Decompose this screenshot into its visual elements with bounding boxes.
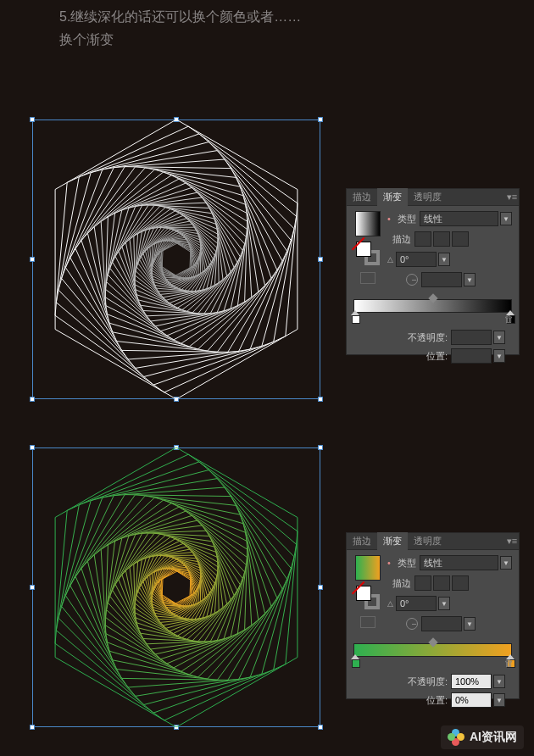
watermark-logo-icon — [448, 729, 464, 746]
svg-marker-14 — [107, 187, 247, 331]
dropdown-arrow-icon[interactable]: ▼ — [493, 675, 505, 688]
svg-marker-54 — [70, 495, 282, 681]
dropdown-arrow-icon[interactable]: ▼ — [438, 253, 450, 266]
stroke-align-button-2[interactable] — [433, 231, 450, 247]
aspect-ratio-input[interactable] — [421, 272, 462, 287]
gradient-stop-left[interactable] — [351, 312, 359, 322]
aspect-ratio-icon — [406, 618, 418, 630]
stroke-align-button-1[interactable] — [414, 231, 431, 247]
trash-icon[interactable]: 🗑 — [504, 658, 515, 670]
tab-transparency[interactable]: 透明度 — [408, 532, 448, 550]
artwork-canvas-2[interactable] — [32, 447, 320, 727]
dropdown-arrow-icon[interactable]: ▼ — [500, 212, 512, 225]
selection-bounding-box[interactable] — [32, 447, 320, 727]
hexagon-spiral-artwork-color[interactable] — [32, 447, 320, 727]
position-label: 位置: — [405, 694, 448, 707]
svg-marker-62 — [107, 515, 247, 659]
panel-menu-icon[interactable]: ▾≡ — [505, 192, 519, 203]
aspect-ratio-input[interactable] — [421, 616, 462, 631]
svg-marker-48 — [55, 447, 298, 727]
reverse-gradient-button[interactable] — [360, 616, 375, 628]
triangle-icon: △ — [387, 255, 393, 264]
gradient-type-dropdown[interactable]: 线性 — [420, 211, 498, 226]
stroke-align-button-2[interactable] — [433, 575, 450, 591]
position-label: 位置: — [405, 350, 448, 363]
stroke-label: 描边 — [387, 233, 411, 246]
tab-stroke[interactable]: 描边 — [347, 188, 377, 206]
tab-gradient[interactable]: 渐变 — [377, 532, 408, 550]
reverse-gradient-button[interactable] — [360, 272, 375, 284]
stroke-align-button-3[interactable] — [452, 231, 469, 247]
gradient-slider[interactable]: 🗑 — [353, 643, 512, 657]
gradient-slider[interactable]: 🗑 — [353, 299, 512, 313]
position-input[interactable] — [451, 348, 492, 364]
svg-marker-1 — [55, 126, 298, 392]
gradient-midpoint-icon[interactable] — [428, 637, 437, 647]
aspect-ratio-icon — [406, 274, 418, 286]
instruction-line1: 5.继续深化的话还可以换个颜色或者…… — [59, 5, 301, 28]
svg-marker-0 — [55, 120, 298, 399]
stroke-align-button-1[interactable] — [414, 575, 431, 591]
selection-bounding-box[interactable] — [32, 120, 320, 399]
opacity-label: 不透明度: — [405, 331, 448, 344]
dropdown-arrow-icon[interactable]: ▼ — [493, 349, 505, 363]
artwork-canvas-1[interactable] — [32, 120, 320, 399]
gradient-midpoint-icon[interactable] — [428, 293, 437, 303]
stroke-align-button-3[interactable] — [452, 575, 469, 591]
panel-menu-icon[interactable]: ▾≡ — [505, 536, 519, 547]
svg-marker-7 — [75, 167, 277, 353]
panel-tabs: 描边 渐变 透明度 ▾≡ — [347, 533, 519, 550]
gradient-panel-1: 描边 渐变 透明度 ▾≡ • 类型 线性 ▼ — [346, 188, 520, 355]
svg-marker-17 — [113, 203, 241, 316]
link-dot-icon: • — [387, 558, 391, 568]
fill-stroke-toggle[interactable] — [356, 586, 380, 609]
gradient-stop-left[interactable] — [351, 656, 359, 666]
dropdown-arrow-icon[interactable]: ▼ — [500, 556, 512, 570]
fill-swatch[interactable] — [356, 242, 371, 257]
type-label: 类型 — [392, 557, 416, 570]
opacity-label: 不透明度: — [405, 675, 448, 688]
panel-tabs: 描边 渐变 透明度 ▾≡ — [347, 189, 519, 206]
svg-marker-6 — [70, 167, 282, 353]
opacity-input[interactable]: 100% — [451, 674, 492, 689]
instruction-line2: 换个渐变 — [59, 28, 301, 51]
watermark-text: AI资讯网 — [470, 730, 517, 745]
stroke-label: 描边 — [387, 577, 411, 590]
gradient-preview-swatch[interactable] — [355, 555, 381, 581]
angle-input[interactable]: 0° — [396, 596, 437, 611]
tab-gradient[interactable]: 渐变 — [377, 188, 408, 206]
hexagon-spiral-artwork-bw[interactable] — [32, 120, 320, 399]
fill-swatch[interactable] — [356, 586, 371, 601]
tab-stroke[interactable]: 描边 — [347, 532, 377, 550]
triangle-icon: △ — [387, 599, 393, 608]
position-input[interactable]: 0% — [451, 692, 492, 708]
trash-icon[interactable]: 🗑 — [504, 314, 515, 325]
tab-transparency[interactable]: 透明度 — [408, 188, 448, 206]
gradient-panel-2: 描边 渐变 透明度 ▾≡ • 类型 线性 ▼ — [346, 532, 520, 699]
gradient-type-dropdown[interactable]: 线性 — [420, 555, 498, 570]
svg-marker-55 — [75, 495, 277, 681]
dropdown-arrow-icon[interactable]: ▼ — [493, 693, 505, 707]
svg-marker-61 — [106, 511, 248, 664]
gradient-preview-swatch[interactable] — [355, 211, 381, 236]
link-dot-icon: • — [387, 214, 391, 224]
svg-marker-13 — [106, 183, 248, 336]
instruction-text: 5.继续深化的话还可以换个颜色或者…… 换个渐变 — [59, 5, 301, 51]
svg-marker-49 — [55, 454, 298, 720]
dropdown-arrow-icon[interactable]: ▼ — [493, 331, 505, 344]
fill-stroke-toggle[interactable] — [356, 242, 380, 265]
dropdown-arrow-icon[interactable]: ▼ — [464, 273, 476, 286]
angle-input[interactable]: 0° — [396, 252, 437, 267]
opacity-input[interactable] — [451, 330, 492, 345]
dropdown-arrow-icon[interactable]: ▼ — [464, 617, 476, 631]
dropdown-arrow-icon[interactable]: ▼ — [438, 597, 450, 610]
svg-marker-65 — [113, 531, 241, 644]
type-label: 类型 — [392, 213, 416, 225]
watermark: AI资讯网 — [441, 725, 524, 749]
